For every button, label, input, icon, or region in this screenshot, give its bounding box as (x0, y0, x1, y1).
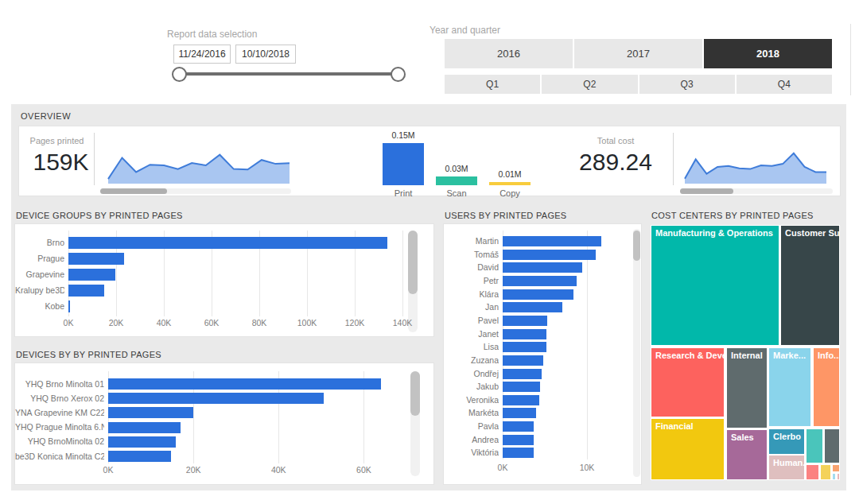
axis-tick-label: 20K (177, 465, 209, 475)
bar[interactable] (108, 422, 181, 433)
cost-centers-treemap: Manufacturing & OperationsCustomer Su...… (651, 225, 840, 480)
bar[interactable] (108, 378, 381, 390)
treemap-tile-research-devel[interactable]: Research & Devel... (651, 347, 725, 417)
treemap-tile-marke[interactable]: Marke... (768, 347, 811, 427)
treemap-tile-manufacturing-operations[interactable]: Manufacturing & Operations (651, 225, 779, 346)
bar[interactable] (68, 269, 115, 281)
category-label: Janet (444, 329, 499, 339)
treemap-tile-label: Marke... (769, 348, 810, 362)
treemap-tile-small[interactable] (832, 473, 836, 480)
category-label: Veronika (444, 395, 499, 405)
treemap-tile-customer-su[interactable]: Customer Su... (780, 225, 840, 346)
chart-scrollbar[interactable] (410, 371, 420, 476)
date-range-slider-track[interactable] (179, 72, 398, 76)
bar[interactable] (503, 302, 562, 312)
category-label: YHQ Brno Minolta 01 (15, 379, 104, 389)
category-label: YHQ BrnoMinolta 02 (15, 436, 104, 446)
treemap-tile-small[interactable] (837, 473, 840, 480)
category-label: Prague (15, 254, 64, 263)
treemap-tile-small[interactable] (806, 428, 823, 463)
treemap-tile-small[interactable] (820, 464, 831, 480)
year-button-2017[interactable]: 2017 (574, 39, 702, 68)
category-label: Pavla (444, 421, 499, 431)
quarter-button-q1[interactable]: Q1 (445, 75, 540, 94)
treemap-tile-financial[interactable]: Financial (651, 418, 725, 480)
bar[interactable] (503, 262, 582, 273)
quarter-button-q2[interactable]: Q2 (542, 75, 637, 94)
category-label: Jan (444, 302, 499, 312)
category-label: Viktória (444, 448, 499, 457)
date-range-slider-handle-right[interactable] (391, 67, 406, 82)
overview-section-title: OVERVIEW (21, 111, 71, 121)
bar[interactable] (108, 436, 176, 448)
category-label: YNA Grapevine KM C224e (15, 408, 104, 417)
bar[interactable] (108, 393, 324, 404)
sparkline-scrollbar[interactable] (680, 188, 833, 194)
bar[interactable] (68, 300, 70, 312)
bar[interactable] (503, 355, 543, 366)
axis-tick-label: 40K (148, 318, 180, 328)
device-groups-title: DEVICE GROUPS BY PRINTED PAGES (16, 211, 183, 220)
bar[interactable] (503, 316, 547, 326)
divider (94, 133, 95, 185)
total-cost-sparkline (683, 144, 828, 187)
chart-scrollbar[interactable] (633, 229, 640, 477)
pages-printed-sparkline (107, 144, 291, 187)
bar[interactable] (503, 236, 601, 246)
treemap-tile-small[interactable] (824, 428, 840, 463)
year-button-2016[interactable]: 2016 (445, 39, 573, 68)
devices-title: DEVICES BY BY PRINTED PAGES (16, 350, 161, 359)
bar[interactable] (503, 395, 539, 405)
date-range-slider-handle-left[interactable] (172, 67, 187, 82)
bar[interactable] (503, 276, 577, 286)
category-label: Martin (444, 236, 499, 246)
treemap-tile-info[interactable]: Info... (813, 347, 840, 427)
treemap-tile-label: Clerbo (769, 429, 804, 444)
treemap-tile-label: Financial (651, 419, 724, 433)
bar[interactable] (503, 289, 573, 300)
year-button-group: 201620172018 (445, 39, 832, 68)
end-date-input[interactable]: 10/10/2018 (235, 45, 296, 64)
sparkline-scrollbar[interactable] (100, 188, 291, 194)
bar[interactable] (503, 369, 542, 379)
bar[interactable] (68, 237, 387, 249)
bar[interactable] (383, 143, 424, 185)
bar[interactable] (108, 407, 193, 418)
gridline (587, 231, 588, 459)
quarter-button-q3[interactable]: Q3 (639, 75, 735, 94)
users-title: USERS BY PRINTED PAGES (445, 211, 567, 220)
bar[interactable] (489, 182, 531, 185)
treemap-tile-clerbo[interactable]: Clerbo (768, 428, 805, 454)
category-label: Lisa (444, 342, 499, 351)
bar[interactable] (68, 253, 124, 265)
treemap-tile-small[interactable] (806, 464, 819, 480)
bar[interactable] (503, 448, 534, 458)
axis-tick-label: 60K (196, 318, 227, 328)
bar[interactable] (68, 285, 104, 297)
axis-tick-label: 0K (92, 465, 124, 475)
category-label: Jakub (444, 382, 499, 391)
axis-tick-label: 60K (348, 465, 379, 475)
treemap-tile-human[interactable]: Human... (768, 455, 805, 480)
start-date-input[interactable]: 11/24/2016 (173, 45, 231, 64)
treemap-tile-sales[interactable]: Sales (726, 429, 768, 480)
axis-tick-label: 120K (339, 318, 371, 328)
axis-tick-label: 80K (243, 318, 275, 328)
year-button-2018[interactable]: 2018 (704, 39, 832, 68)
quarter-button-q4[interactable]: Q4 (737, 75, 832, 94)
bar[interactable] (503, 382, 540, 392)
treemap-tile-internal[interactable]: Internal (726, 347, 768, 428)
axis-tick-label: 20K (100, 318, 132, 328)
category-label: Petr (444, 276, 499, 285)
bar[interactable] (503, 421, 534, 432)
bar[interactable] (503, 342, 546, 352)
bar[interactable] (503, 250, 596, 260)
bar[interactable] (503, 408, 536, 418)
bar[interactable] (503, 329, 546, 339)
bar[interactable] (503, 435, 534, 445)
bar[interactable] (436, 176, 477, 185)
treemap-tile-small[interactable] (832, 464, 840, 472)
category-label: Kralupy be3D (15, 285, 64, 295)
chart-scrollbar[interactable] (408, 231, 418, 332)
bar[interactable] (108, 451, 171, 462)
